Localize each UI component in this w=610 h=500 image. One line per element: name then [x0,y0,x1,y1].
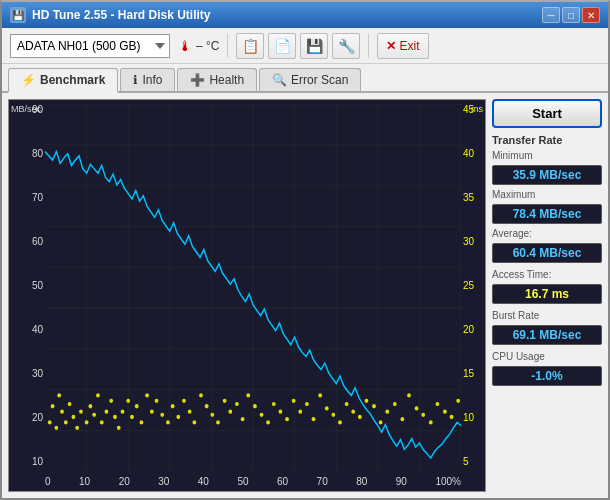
svg-point-44 [145,393,149,397]
start-button[interactable]: Start [492,99,602,128]
svg-point-57 [216,420,220,424]
svg-point-88 [421,413,425,417]
exit-label: Exit [399,39,419,53]
svg-point-72 [312,417,316,421]
svg-point-22 [54,426,58,430]
save-icon-button[interactable]: 💾 [300,33,328,59]
svg-point-73 [318,393,322,397]
svg-point-25 [64,420,68,424]
average-value: 60.4 MB/sec [492,243,602,263]
svg-point-24 [60,409,64,413]
svg-point-58 [223,399,227,403]
svg-point-55 [205,404,209,408]
svg-point-28 [75,426,79,430]
svg-point-36 [109,399,113,403]
app-icon: 💾 [10,7,26,23]
svg-point-85 [400,417,404,421]
svg-point-27 [71,415,75,419]
y-axis-right-labels: 45 40 35 30 25 20 15 10 5 [461,100,485,471]
svg-point-31 [88,404,92,408]
svg-point-48 [166,420,170,424]
toolbar-icons: 📋 📄 💾 🔧 [236,33,360,59]
health-tab-icon: ➕ [190,73,205,87]
maximum-label: Maximum [492,189,602,200]
toolbar-separator-2 [368,34,369,58]
stats-sidebar: Start Transfer Rate Minimum 35.9 MB/sec … [492,99,602,492]
tab-bar: ⚡ Benchmark ℹ Info ➕ Health 🔍 Error Scan [2,64,608,93]
svg-point-40 [126,399,130,403]
title-bar-left: 💾 HD Tune 2.55 - Hard Disk Utility [10,7,210,23]
svg-point-61 [241,417,245,421]
window-title: HD Tune 2.55 - Hard Disk Utility [32,8,210,22]
transfer-rate-title: Transfer Rate [492,134,602,146]
cpu-usage-value: -1.0% [492,366,602,386]
svg-point-84 [393,402,397,406]
svg-point-62 [246,393,250,397]
transfer-rate-section: Transfer Rate Minimum 35.9 MB/sec Maximu… [492,134,602,263]
svg-point-78 [351,409,355,413]
health-tab-label: Health [209,73,244,87]
svg-point-41 [130,415,134,419]
tab-info[interactable]: ℹ Info [120,68,175,91]
copy-icon-button[interactable]: 📋 [236,33,264,59]
svg-point-42 [135,404,139,408]
tab-benchmark[interactable]: ⚡ Benchmark [8,68,118,93]
svg-point-67 [279,409,283,413]
svg-point-47 [160,413,164,417]
close-button[interactable]: ✕ [582,7,600,23]
svg-point-81 [372,404,376,408]
svg-point-46 [155,399,159,403]
svg-point-93 [456,399,460,403]
svg-point-38 [117,426,121,430]
svg-point-53 [192,420,196,424]
svg-point-51 [182,399,186,403]
svg-point-45 [150,409,154,413]
error-scan-tab-icon: 🔍 [272,73,287,87]
tools-icon-button[interactable]: 🔧 [332,33,360,59]
chart-svg [45,104,461,471]
burst-rate-section: Burst Rate 69.1 MB/sec [492,310,602,345]
svg-point-54 [199,393,203,397]
maximum-value: 78.4 MB/sec [492,204,602,224]
svg-point-33 [96,393,100,397]
svg-point-91 [443,409,447,413]
y-axis-left-labels: 90 80 70 60 50 40 30 20 10 [9,100,45,471]
svg-point-86 [407,393,411,397]
copy2-icon-button[interactable]: 📄 [268,33,296,59]
toolbar-separator-1 [227,34,228,58]
drive-selector[interactable]: ADATA NH01 (500 GB) [10,34,170,58]
window-controls: ─ □ ✕ [542,7,600,23]
svg-point-75 [331,413,335,417]
svg-point-59 [228,409,232,413]
info-tab-icon: ℹ [133,73,138,87]
thermometer-icon: 🌡 [178,38,192,54]
svg-point-35 [105,409,109,413]
exit-button[interactable]: ✕ Exit [377,33,428,59]
access-time-label: Access Time: [492,269,602,280]
svg-point-20 [48,420,52,424]
svg-point-68 [285,417,289,421]
svg-point-66 [272,402,276,406]
svg-point-37 [113,415,117,419]
maximize-button[interactable]: □ [562,7,580,23]
average-label: Average: [492,228,602,239]
svg-point-23 [57,393,61,397]
svg-point-52 [188,409,192,413]
burst-rate-label: Burst Rate [492,310,602,321]
svg-point-29 [79,409,83,413]
svg-point-39 [121,409,125,413]
svg-point-63 [253,404,257,408]
access-time-value: 16.7 ms [492,284,602,304]
minimize-button[interactable]: ─ [542,7,560,23]
temperature-value: – °C [196,39,219,53]
svg-point-83 [385,409,389,413]
svg-point-80 [365,399,369,403]
minimum-value: 35.9 MB/sec [492,165,602,185]
svg-point-77 [345,402,349,406]
svg-point-82 [379,420,383,424]
main-window: 💾 HD Tune 2.55 - Hard Disk Utility ─ □ ✕… [0,0,610,500]
error-scan-tab-label: Error Scan [291,73,348,87]
svg-point-49 [171,404,175,408]
tab-error-scan[interactable]: 🔍 Error Scan [259,68,361,91]
tab-health[interactable]: ➕ Health [177,68,257,91]
